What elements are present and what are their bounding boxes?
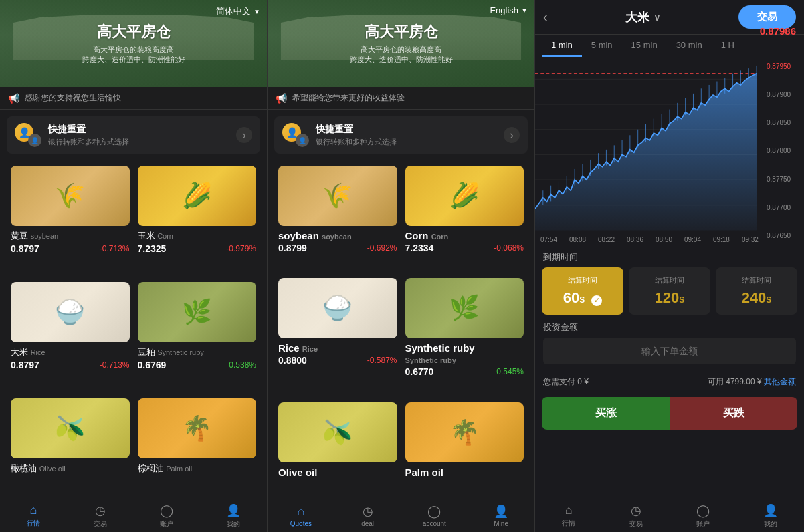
middle-nav-mine-icon: 👤: [494, 504, 508, 519]
middle-product-img-3: 🌿: [405, 278, 524, 338]
left-quick-reset-arrow[interactable]: ›: [236, 127, 252, 143]
middle-nav-deal[interactable]: ◷ deal: [334, 499, 401, 532]
left-nav-trade[interactable]: ◷ 交易: [67, 499, 134, 532]
right-nav-quotes[interactable]: ⌂ 行情: [535, 499, 603, 532]
left-product-1[interactable]: 🌽 玉米 Corn 7.2325 -0.979%: [134, 160, 261, 277]
left-product-4[interactable]: 🫒 橄榄油 Olive oil: [7, 393, 134, 499]
left-lang-arrow: ▼: [254, 8, 260, 15]
left-lang-bar[interactable]: 简体中文 ▼: [216, 5, 260, 17]
middle-product-name-1: Corn Corn: [405, 230, 524, 241]
middle-product-5[interactable]: 🌴 Palm oil: [401, 397, 528, 499]
middle-lang-bar[interactable]: English ▼: [490, 5, 528, 15]
middle-nav-quotes[interactable]: ⌂ Quotes: [268, 499, 334, 532]
settlement-card-0[interactable]: 结算时间 60S ✓: [542, 267, 623, 315]
left-product-0[interactable]: 🌾 黄豆 soybean 0.8797 -0.713%: [7, 160, 134, 277]
right-nav-account-label: 账户: [696, 519, 710, 529]
middle-product-change-0: -0.692%: [367, 243, 397, 253]
left-nav-account[interactable]: ◯ 账户: [134, 499, 201, 532]
ticker-icon: 📢: [8, 93, 19, 104]
middle-product-0[interactable]: 🌾 soybean soybean 0.8799 -0.692%: [274, 160, 401, 273]
middle-panel: English ▼ 高大平房仓 高大平房仓的装粮高度高 跨度大、造价适中、防潮性…: [268, 0, 535, 532]
middle-product-name-4: Olive oil: [278, 467, 397, 478]
left-banner: 简体中文 ▼ 高大平房仓 高大平房仓的装粮高度高 跨度大、造价适中、防潮性能好: [0, 0, 267, 87]
right-nav-trade-icon: ◷: [631, 503, 641, 518]
middle-product-name-3: Synthetic rubySynthetic ruby: [405, 342, 524, 365]
middle-avatar-small: 👤: [296, 134, 309, 147]
middle-nav-mine[interactable]: 👤 Mine: [468, 499, 534, 532]
left-product-change-0: -0.713%: [100, 244, 130, 253]
chart-area: 0.87950 0.87900 0.87850 0.87800 0.87750 …: [535, 57, 804, 245]
left-product-img-0: 🌾: [11, 166, 130, 226]
right-nav-account[interactable]: ◯ 账户: [670, 499, 737, 532]
left-product-2[interactable]: 🍚 大米 Rice 0.8797 -0.713%: [7, 277, 134, 393]
time-tab-5min[interactable]: 5 min: [582, 35, 622, 57]
middle-product-4[interactable]: 🫒 Olive oil: [274, 397, 401, 499]
middle-quick-reset-arrow[interactable]: ›: [504, 127, 520, 143]
middle-nav-deal-label: deal: [361, 520, 374, 527]
left-product-img-3: 🌿: [138, 282, 257, 342]
middle-nav-account-icon: ◯: [427, 504, 441, 519]
left-nav-quotes[interactable]: ⌂ 行情: [0, 499, 67, 532]
right-bottom-nav: ⌂ 行情 ◷ 交易 ◯ 账户 👤 我的: [535, 499, 804, 532]
time-tab-1h[interactable]: 1 H: [712, 35, 744, 57]
middle-product-1[interactable]: 🌽 Corn Corn 7.2334 -0.068%: [401, 160, 528, 273]
middle-product-price-0: 0.8799: [278, 243, 307, 253]
left-avatar-small: 👤: [28, 134, 41, 147]
right-nav-account-icon: ◯: [696, 503, 710, 518]
payment-link[interactable]: 其他金额: [764, 377, 796, 386]
middle-product-name-2: Rice Rice: [278, 342, 397, 354]
commodity-dropdown-arrow[interactable]: ∨: [654, 12, 660, 23]
settlement-card-1[interactable]: 结算时间 120S: [629, 267, 710, 315]
left-product-change-2: -0.713%: [100, 360, 130, 370]
invest-section: 投资金额: [535, 315, 804, 371]
settlement-check-icon: ✓: [591, 295, 602, 306]
left-nav-account-label: 账户: [160, 519, 173, 529]
left-nav-mine[interactable]: 👤 我的: [200, 499, 267, 532]
settlement-value-0: 60S ✓: [547, 289, 618, 307]
middle-product-price-3: 0.6770: [405, 366, 434, 377]
left-banner-subtitle: 高大平房仓的装粮高度高 跨度大、造价适中、防潮性能好: [82, 45, 185, 65]
payment-row: 您需支付 0 ¥ 可用 4799.00 ¥ 其他金额: [535, 371, 804, 393]
chart-price-labels: 0.87950 0.87900 0.87850 0.87800 0.87750 …: [764, 57, 804, 245]
middle-product-grid: 🌾 soybean soybean 0.8799 -0.692% 🌽 Corn …: [268, 160, 534, 499]
back-button[interactable]: ‹: [543, 9, 548, 25]
middle-product-3[interactable]: 🌿 Synthetic rubySynthetic ruby 0.6770 0.…: [401, 273, 528, 396]
left-quick-reset[interactable]: 👤 👤 快捷重置 银行转账和多种方式选择 ›: [7, 116, 260, 154]
middle-quick-reset[interactable]: 👤 👤 快捷重置 银行转账和多种方式选择 ›: [274, 116, 528, 154]
time-tab-1min[interactable]: 1 min: [542, 35, 582, 57]
price-label-5: 0.87700: [767, 204, 801, 211]
price-label-2: 0.87850: [767, 119, 801, 126]
time-tab-30min[interactable]: 30 min: [667, 35, 712, 57]
middle-nav-account[interactable]: ◯ account: [401, 499, 468, 532]
right-nav-trade[interactable]: ◷ 交易: [603, 499, 670, 532]
time-label-5: 09:04: [684, 236, 701, 243]
middle-nav-account-label: account: [423, 520, 446, 527]
left-product-name-4: 橄榄油 Olive oil: [11, 462, 130, 475]
invest-input[interactable]: [543, 338, 796, 364]
buy-rise-button[interactable]: 买涨: [542, 397, 670, 430]
left-bottom-nav: ⌂ 行情 ◷ 交易 ◯ 账户 👤 我的: [0, 499, 267, 532]
middle-banner-title: 高大平房仓: [365, 22, 438, 42]
left-nav-trade-label: 交易: [94, 519, 107, 529]
middle-nav-deal-icon: ◷: [363, 504, 373, 519]
left-product-3[interactable]: 🌿 豆粕 Synthetic ruby 0.6769 0.538%: [134, 277, 261, 393]
time-tab-15min[interactable]: 15 min: [622, 35, 667, 57]
middle-product-2[interactable]: 🍚 Rice Rice 0.8800 -0.587%: [274, 273, 401, 396]
middle-banner: English ▼ 高大平房仓 高大平房仓的装粮高度高 跨度大、造价适中、防潮性…: [268, 0, 534, 87]
left-nav-trade-icon: ◷: [95, 503, 106, 518]
buy-fall-button[interactable]: 买跌: [670, 397, 797, 430]
right-nav-mine[interactable]: 👤 我的: [737, 499, 805, 532]
settlement-label-1: 结算时间: [634, 275, 705, 285]
left-nav-quotes-icon: ⌂: [29, 503, 37, 517]
left-product-5[interactable]: 🌴 棕榈油 Palm oil: [134, 393, 261, 499]
price-label-4: 0.87750: [767, 176, 801, 183]
left-ticker-text: 感谢您的支持祝您生活愉快: [25, 92, 121, 104]
left-product-name-5: 棕榈油 Palm oil: [138, 462, 257, 475]
settlement-card-2[interactable]: 结算时间 240S: [716, 267, 797, 315]
middle-lang-arrow: ▼: [521, 7, 528, 14]
payment-left: 您需支付 0 ¥: [543, 376, 589, 388]
middle-ticker-text: 希望能给您带来更好的收益体验: [292, 92, 405, 104]
left-product-name-0: 黄豆 soybean: [11, 230, 130, 242]
left-quick-reset-sub: 银行转账和多种方式选择: [48, 137, 229, 147]
right-nav-trade-label: 交易: [629, 519, 643, 529]
